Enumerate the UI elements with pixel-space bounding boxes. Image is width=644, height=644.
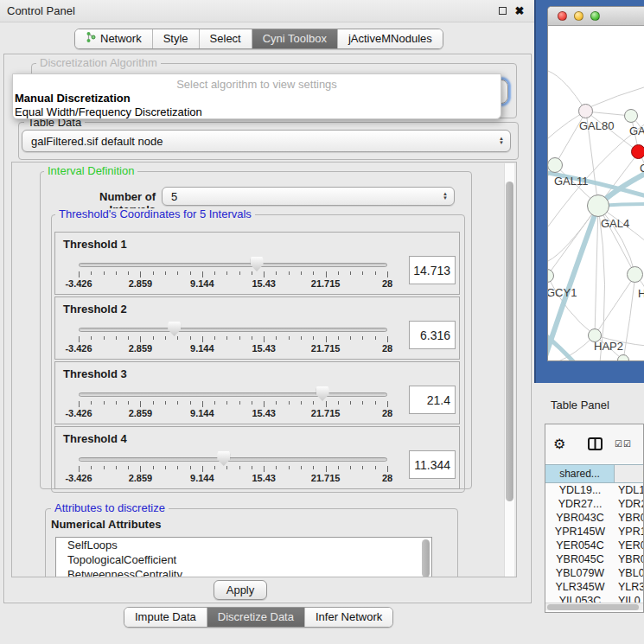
network-canvas[interactable]: GAL80 GA C GAL11 GAL4 GCY1 H HAP2 <box>548 26 644 361</box>
tab-infer-network[interactable]: Infer Network <box>305 608 392 627</box>
tab-select[interactable]: Select <box>200 29 252 48</box>
cell-shared-name[interactable]: YDL19... <box>545 483 615 497</box>
attribute-list-item[interactable]: TopologicalCoefficient <box>56 552 431 567</box>
column-header-name[interactable]: na <box>615 464 644 483</box>
numerical-attributes-label: Numerical Attributes <box>51 518 161 531</box>
cell-name[interactable]: YDR2 <box>615 497 644 511</box>
threshold-slider-track[interactable] <box>79 392 387 397</box>
thresholds-group-title: Threshold's Coordinates for 5 Intervals <box>55 208 255 220</box>
threshold-slider-thumb[interactable] <box>217 451 230 466</box>
interval-definition-title: Interval Definition <box>44 165 137 176</box>
number-of-intervals-combobox[interactable]: 5 ▲▼ <box>162 187 455 206</box>
table-row[interactable]: YBR045CYBR0 <box>545 552 644 566</box>
network-window-titlebar[interactable] <box>548 7 644 26</box>
threshold-panel-3: Threshold 3-3.4262.8599.14415.4321.71528… <box>54 361 460 424</box>
node-gal4[interactable] <box>587 194 609 217</box>
cell-name[interactable]: YDL1 <box>615 483 644 497</box>
threshold-value-box[interactable]: 21.4 <box>409 386 456 414</box>
tab-impute-data[interactable]: Impute Data <box>124 608 207 627</box>
viewport-scrollbar-thumb[interactable] <box>506 182 513 501</box>
algorithm-dropdown-popup: Select algorithm to view settings Manual… <box>12 73 501 119</box>
threshold-slider-thumb[interactable] <box>168 322 181 336</box>
table-data-combobox[interactable]: galFiltered.sif default node ▲▼ <box>22 130 511 152</box>
table-row[interactable]: YPR145WYPR1 <box>545 525 644 539</box>
close-icon[interactable]: ✖ <box>513 5 526 17</box>
viewport-scrollbar-track[interactable] <box>504 163 514 577</box>
tab-style[interactable]: Style <box>153 29 200 48</box>
network-view-frame: GAL80 GA C GAL11 GAL4 GCY1 H HAP2 <box>534 0 644 383</box>
table-row[interactable]: YER054CYER0 <box>545 539 644 552</box>
float-window-icon[interactable] <box>496 5 508 17</box>
table-hscrollbar-thumb[interactable] <box>547 604 639 610</box>
gear-icon[interactable]: ⚙ <box>553 436 565 452</box>
cell-shared-name[interactable]: YDR27... <box>545 497 615 511</box>
table-row[interactable]: YDL19...YDL1 <box>545 483 644 497</box>
slider-tick-labels: -3.4262.8599.14415.4321.71528 <box>79 408 387 419</box>
cell-name[interactable]: YBR0 <box>615 552 644 566</box>
minimize-traffic-light-icon[interactable] <box>574 11 583 21</box>
node-label-gal80: GAL80 <box>579 119 614 132</box>
select-columns-checkboxes-icon[interactable]: ☑☑ <box>615 439 632 449</box>
attribute-list-item[interactable]: BetweennessCentrality <box>56 567 431 577</box>
table-header-row: shared... na <box>545 464 644 483</box>
node-bottom-cut[interactable] <box>617 354 629 361</box>
cell-shared-name[interactable]: YER054C <box>545 539 615 552</box>
cell-name[interactable]: YER0 <box>615 539 644 552</box>
table-row[interactable]: YBL079WYBL0 <box>545 566 644 580</box>
cell-shared-name[interactable]: YLR345W <box>545 580 615 594</box>
cell-name[interactable]: YLR3 <box>615 580 644 594</box>
combo-arrows-icon: ▲▼ <box>443 192 448 201</box>
apply-button[interactable]: Apply <box>214 580 267 600</box>
list-scrollbar[interactable] <box>422 539 430 577</box>
cell-shared-name[interactable]: YBL079W <box>545 566 615 580</box>
tab-cyni-toolbox[interactable]: Cyni Toolbox <box>252 29 338 48</box>
slider-tick-labels: -3.4262.8599.14415.4321.71528 <box>79 278 387 290</box>
cell-name[interactable]: YPR1 <box>615 525 644 539</box>
attribute-list-item[interactable]: SelfLoops <box>56 538 431 552</box>
cell-name[interactable]: YBR0 <box>615 511 644 525</box>
threshold-panel-1: Threshold 1-3.4262.8599.14415.4321.71528… <box>54 232 460 295</box>
top-tab-bar: Network Style Select Cyni Toolbox jActiv… <box>74 29 443 49</box>
dropdown-option-manual[interactable]: Manual Discretization <box>15 92 131 105</box>
discretization-algorithm-title: Discretization Algorithm <box>36 57 161 68</box>
tab-jactivemnodules[interactable]: jActiveMNodules <box>338 29 443 48</box>
tab-discretize-data[interactable]: Discretize Data <box>207 608 305 627</box>
threshold-slider-thumb[interactable] <box>316 386 329 401</box>
settings-scroll-viewport: Interval Definition Number of Intervals … <box>11 162 517 577</box>
columns-icon[interactable] <box>588 437 603 453</box>
node-small-1[interactable] <box>624 109 638 123</box>
node-label-gcy1: GCY1 <box>548 286 577 299</box>
threshold-slider-track[interactable] <box>79 328 387 332</box>
table-row[interactable]: YDR27...YDR2 <box>545 497 644 511</box>
threshold-value-box[interactable]: 11.344 <box>409 450 456 479</box>
dropdown-option-equal-width[interactable]: Equal Width/Frequency Discretization <box>15 105 202 118</box>
threshold-label: Threshold 2 <box>63 303 127 316</box>
threshold-panel-2: Threshold 2-3.4262.8599.14415.4321.71528… <box>54 296 460 360</box>
slider-ticks <box>79 336 387 343</box>
zoom-traffic-light-icon[interactable] <box>590 11 600 21</box>
table-hscrollbar-track[interactable] <box>545 603 643 610</box>
table-row[interactable]: YLR345WYLR3 <box>545 580 644 594</box>
node-red-selected[interactable] <box>631 144 644 159</box>
column-header-shared-name[interactable]: shared... <box>545 464 615 483</box>
threshold-slider-track[interactable] <box>79 263 387 267</box>
node-label-cut-h: H <box>638 287 644 300</box>
node-right[interactable] <box>627 266 643 283</box>
threshold-label: Threshold 1 <box>63 238 127 251</box>
table-row[interactable]: YBR043CYBR0 <box>545 511 644 525</box>
cell-shared-name[interactable]: YBR045C <box>545 552 615 566</box>
threshold-slider-thumb[interactable] <box>251 257 264 271</box>
table-rows: YDL19...YDL1YDR27...YDR2YBR043CYBR0YPR14… <box>545 483 644 608</box>
table-panel: ⚙ ☑☑ shared... na YDL19...YDL1YDR27...YD… <box>545 424 644 613</box>
cell-shared-name[interactable]: YBR043C <box>545 511 615 525</box>
node-gal80[interactable] <box>578 104 593 118</box>
cell-shared-name[interactable]: YPR145W <box>545 525 615 539</box>
tab-network[interactable]: Network <box>75 29 153 48</box>
cell-name[interactable]: YBL0 <box>615 566 644 580</box>
threshold-slider-track[interactable] <box>79 457 387 462</box>
threshold-value-box[interactable]: 6.316 <box>409 321 456 349</box>
close-traffic-light-icon[interactable] <box>558 11 567 21</box>
network-icon <box>86 31 96 47</box>
threshold-label: Threshold 3 <box>63 367 127 380</box>
threshold-value-box[interactable]: 14.713 <box>409 256 456 284</box>
